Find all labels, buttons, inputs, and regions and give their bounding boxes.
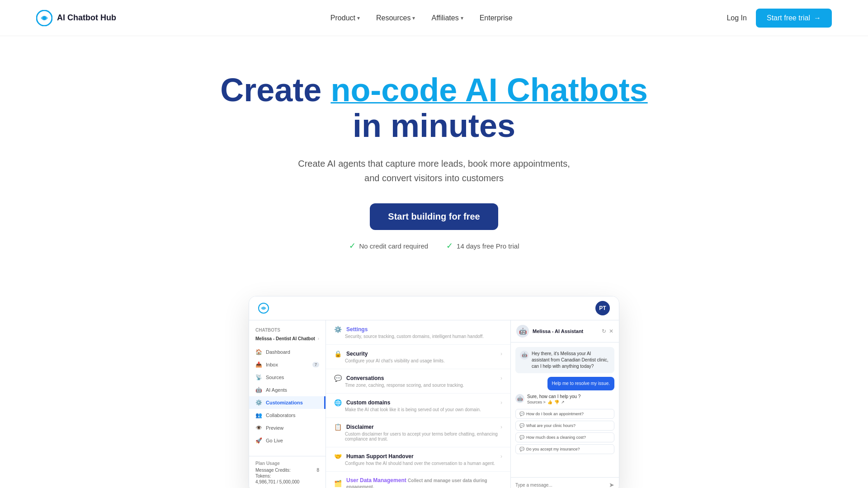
eye-icon: 👁️ [255, 425, 262, 431]
quick-reply-1[interactable]: 💬 What are your clinic hours? [515, 421, 614, 431]
sidebar-footer: Plan Usage Message Credits: 8 Tokens: 4,… [249, 456, 326, 488]
preview-main: ⚙️ Settings Security, source tracking, c… [326, 320, 510, 488]
preview-topbar: PT [249, 296, 619, 320]
start-building-button[interactable]: Start building for free [370, 203, 498, 230]
settings-item-disclaimer[interactable]: 📋 Disclaimer › Custom disclaimer for use… [326, 418, 510, 447]
settings-icon: ⚙️ [255, 399, 262, 406]
ai-reply-avatar: 🤖 [515, 394, 524, 403]
sidebar-item-dashboard[interactable]: 🏠 Dashboard [249, 346, 326, 358]
settings-item-security[interactable]: 🔒 Security › Configure your AI chat's vi… [326, 345, 510, 369]
quick-reply-0[interactable]: 💬 How do I book an appointment? [515, 409, 614, 419]
hero-subtitle: Create AI agents that capture more leads… [18, 156, 850, 185]
chevron-down-icon: ▾ [357, 15, 360, 21]
sidebar-item-collaborators[interactable]: 👥 Collaborators [249, 409, 326, 422]
nav-links: Product ▾ Resources ▾ Affiliates ▾ Enter… [330, 14, 513, 22]
navbar: AI Chatbot Hub Product ▾ Resources ▾ Aff… [0, 0, 868, 36]
chevron-down-icon: › [500, 453, 502, 460]
chat-icon: 💬 [519, 423, 524, 428]
chevron-down-icon: ▾ [412, 15, 415, 21]
chevron-down-icon: ▾ [461, 15, 463, 21]
sidebar-item-preview[interactable]: 👁️ Preview [249, 422, 326, 434]
hero-title: Create no-code AI Chatbots in minutes [18, 72, 850, 144]
sidebar-item-inbox[interactable]: 📥 Inbox 7 [249, 358, 326, 371]
message-credits-row: Message Credits: 8 [255, 468, 319, 473]
preview-body: Chatbots Melissa - Dentist AI Chatbot › … [249, 320, 619, 488]
sidebar-item-customizations[interactable]: ⚙️ Customizations [249, 396, 326, 409]
ai-message-avatar: 🤖 [520, 351, 529, 360]
logo-text: AI Chatbot Hub [57, 13, 116, 23]
plan-usage-label: Plan Usage [255, 461, 319, 466]
settings-item-conversations[interactable]: 💬 Conversations › Time zone, caching, re… [326, 369, 510, 394]
start-trial-button[interactable]: Start free trial → [756, 9, 832, 28]
ai-icon: 🤖 [255, 387, 262, 393]
badge-no-credit-card: ✓ No credit card required [349, 241, 429, 251]
chat-message-ai-reply: 🤖 Sure, how can I help you ? Sources > 👍… [515, 394, 614, 405]
home-icon: 🏠 [255, 349, 262, 355]
svg-point-1 [42, 16, 46, 20]
settings-item-user-data[interactable]: 🗂️ User Data Management Collect and mana… [326, 472, 510, 488]
lock-icon: 🔒 [334, 350, 342, 357]
sidebar-item-sources[interactable]: 📡 Sources [249, 371, 326, 384]
settings-icon: ⚙️ [334, 326, 342, 333]
chat-body: 🤖 Hey there, it's Melissa your AI assist… [511, 343, 619, 477]
chevron-icon: › [318, 336, 319, 341]
app-preview: PT Chatbots Melissa - Dentist AI Chatbot… [249, 296, 619, 488]
handshake-icon: 🤝 [334, 453, 342, 460]
check-icon: ✓ [349, 241, 356, 251]
chat-sources[interactable]: Sources > 👍 👎 ↗ [527, 399, 580, 405]
nav-product[interactable]: Product ▾ [330, 14, 360, 22]
close-icon[interactable]: ✕ [609, 328, 613, 334]
sidebar-section-label: Chatbots [249, 326, 326, 334]
sidebar-chatbot-name: Melissa - Dentist AI Chatbot › [249, 334, 326, 343]
chat-ai-avatar: 🤖 [516, 325, 529, 338]
logo-icon [36, 10, 52, 26]
nav-resources[interactable]: Resources ▾ [376, 14, 415, 22]
settings-item-settings[interactable]: ⚙️ Settings Security, source tracking, c… [326, 320, 510, 345]
users-icon: 👥 [255, 412, 262, 418]
chat-actions[interactable]: ↻ ✕ [602, 328, 613, 334]
thumb-up-icon[interactable]: 👍 [547, 400, 552, 404]
preview-user-avatar: PT [595, 301, 610, 315]
hero-section: Create no-code AI Chatbots in minutes Cr… [0, 36, 868, 278]
chat-input[interactable] [515, 483, 606, 488]
settings-item-handover[interactable]: 🤝 Human Support Handover › Configure how… [326, 447, 510, 472]
chat-message-ai-greeting: 🤖 Hey there, it's Melissa your AI assist… [515, 347, 614, 373]
tokens-value: 4,986,701 / 5,000,000 [255, 479, 319, 484]
send-icon[interactable]: ➤ [609, 481, 614, 488]
preview-sidebar: Chatbots Melissa - Dentist AI Chatbot › … [249, 320, 326, 488]
nav-affiliates[interactable]: Affiliates ▾ [431, 14, 463, 22]
refresh-icon[interactable]: ↻ [602, 328, 606, 334]
inbox-icon: 📥 [255, 361, 262, 368]
sidebar-item-ai-agents[interactable]: 🤖 AI Agents [249, 384, 326, 396]
chat-ai-name: Melissa - AI Assistant [533, 328, 598, 334]
thumb-down-icon[interactable]: 👎 [554, 400, 559, 404]
chat-icon: 💬 [519, 412, 524, 416]
data-icon: 🗂️ [334, 480, 342, 487]
sources-icon: 📡 [255, 374, 262, 380]
inbox-badge: 7 [312, 362, 319, 367]
preview-chat: 🤖 Melissa - AI Assistant ↻ ✕ 🤖 Hey there… [510, 320, 619, 488]
share-icon[interactable]: ↗ [561, 400, 565, 404]
chevron-down-icon: › [500, 424, 502, 430]
chevron-down-icon: › [500, 351, 502, 357]
badge-free-trial: ✓ 14 days free Pro trial [446, 241, 519, 251]
settings-desc: Security, source tracking, custom domain… [334, 334, 502, 339]
chat-icon: 💬 [519, 447, 524, 451]
sidebar-item-go-live[interactable]: 🚀 Go Live [249, 434, 326, 447]
settings-item-custom-domains[interactable]: 🌐 Custom domains › Make the AI chat look… [326, 394, 510, 418]
nav-actions: Log In Start free trial → [726, 9, 832, 28]
arrow-icon: → [814, 14, 821, 22]
chevron-down-icon: › [500, 399, 502, 406]
chat-input-row: ➤ [511, 477, 619, 488]
globe-icon: 🌐 [334, 399, 342, 406]
login-button[interactable]: Log In [726, 14, 746, 22]
logo[interactable]: AI Chatbot Hub [36, 10, 116, 26]
quick-reply-2[interactable]: 💬 How much does a cleaning cost? [515, 432, 614, 442]
clipboard-icon: 📋 [334, 423, 342, 431]
chat-message-user: Help me to resolve my issue. [547, 377, 614, 390]
rocket-icon: 🚀 [255, 437, 262, 444]
tokens-row: Tokens: [255, 474, 319, 479]
quick-reply-3[interactable]: 💬 Do you accept my insurance? [515, 444, 614, 454]
nav-enterprise[interactable]: Enterprise [480, 14, 513, 22]
preview-logo-icon [258, 303, 269, 314]
